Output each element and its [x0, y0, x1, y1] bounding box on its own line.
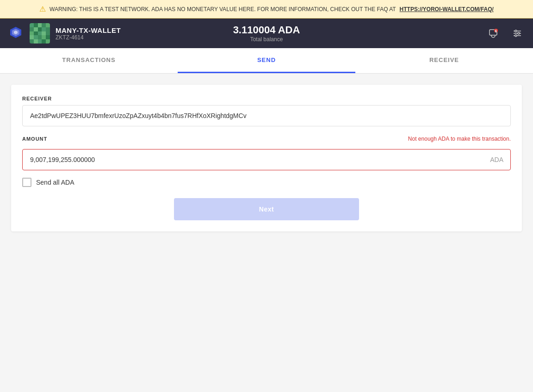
- balance-amount: 3.110004 ADA: [233, 24, 300, 36]
- receiver-label: RECEIVER: [22, 96, 511, 101]
- wallet-icon: [30, 23, 50, 44]
- settings-button[interactable]: [509, 25, 526, 42]
- svg-point-6: [515, 30, 517, 32]
- main-content: RECEIVER AMOUNT Not enough ADA to make t…: [0, 74, 533, 243]
- header: MANY-TX-WALLET ZKTZ-4614 3.110004 ADA To…: [0, 19, 533, 48]
- wallet-id: ZKTZ-4614: [56, 34, 121, 41]
- amount-label: AMOUNT: [22, 136, 47, 142]
- tab-transactions[interactable]: TRANSACTIONS: [0, 48, 178, 73]
- amount-row: AMOUNT Not enough ADA to make this trans…: [22, 136, 511, 145]
- amount-error: Not enough ADA to make this transaction.: [408, 136, 511, 142]
- send-all-row: Send all ADA: [22, 178, 511, 187]
- svg-point-8: [515, 35, 517, 37]
- header-center: 3.110004 ADA Total balance: [180, 24, 353, 43]
- svg-point-7: [518, 32, 520, 34]
- wallet-info: MANY-TX-WALLET ZKTZ-4614: [56, 26, 121, 41]
- send-all-label[interactable]: Send all ADA: [36, 179, 74, 186]
- tab-send[interactable]: SEND: [178, 48, 355, 73]
- header-left: MANY-TX-WALLET ZKTZ-4614: [7, 23, 180, 44]
- header-right: 1: [353, 25, 526, 42]
- send-all-checkbox[interactable]: [22, 178, 31, 187]
- warning-banner: ⚠ WARNING: THIS IS A TEST NETWORK. ADA H…: [0, 0, 533, 19]
- tabs: TRANSACTIONS SEND RECEIVE: [0, 48, 533, 74]
- warning-icon: ⚠: [39, 5, 46, 13]
- svg-text:1: 1: [496, 30, 497, 32]
- notifications-button[interactable]: 1: [485, 25, 502, 42]
- warning-link[interactable]: HTTPS://YOROI-WALLET.COM/FAQ/: [400, 6, 494, 12]
- amount-input-wrapper: ADA: [22, 149, 511, 170]
- receiver-input[interactable]: [22, 105, 511, 126]
- amount-currency: ADA: [490, 156, 503, 163]
- send-card: RECEIVER AMOUNT Not enough ADA to make t…: [11, 85, 522, 231]
- balance-label: Total balance: [250, 36, 283, 43]
- amount-input[interactable]: [22, 149, 511, 170]
- warning-text: WARNING: THIS IS A TEST NETWORK. ADA HAS…: [50, 6, 396, 12]
- tab-receive[interactable]: RECEIVE: [355, 48, 533, 73]
- wallet-name: MANY-TX-WALLET: [56, 26, 121, 34]
- next-button[interactable]: Next: [174, 198, 359, 220]
- yoroi-logo: [7, 25, 24, 42]
